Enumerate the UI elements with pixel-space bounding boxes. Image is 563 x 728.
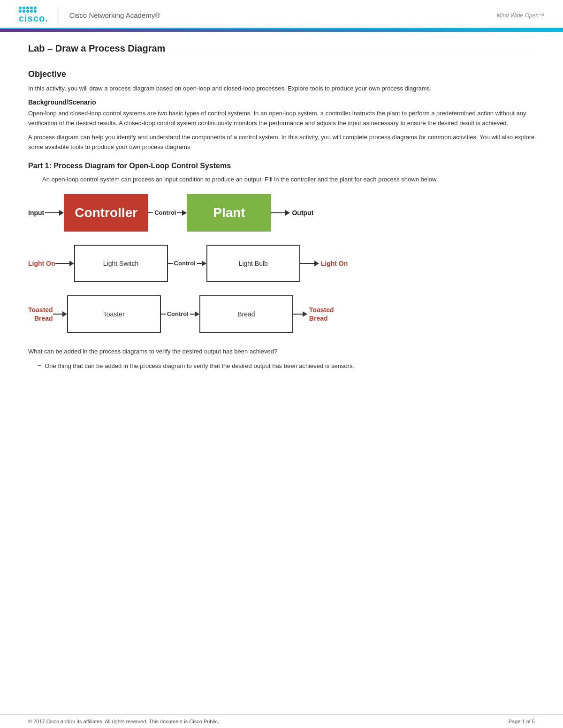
controller-label: Controller <box>75 205 137 220</box>
toasted-line2: Bread <box>34 314 53 323</box>
control-label: Control <box>154 209 176 216</box>
academy-name: Cisco Networking Academy® <box>69 11 160 19</box>
toaster-control-label: Control <box>167 310 189 317</box>
output-arrow <box>271 210 290 216</box>
toaster-input-arrow <box>53 311 67 317</box>
lc-arrowhead <box>202 261 206 266</box>
tagline: Mind Wide Open™ <box>497 12 544 19</box>
cisco-logo: cisco. <box>19 7 48 24</box>
control-shaft2 <box>177 212 182 213</box>
part1-description: An open-loop control system can process … <box>42 175 535 185</box>
input-arrow-group: Input <box>28 209 64 217</box>
light-input-shaft <box>55 263 69 264</box>
page-content: Lab – Draw a Process Diagram Objective I… <box>0 32 563 390</box>
header-divider <box>59 7 59 24</box>
footer-copyright: © 2017 Cisco and/or its affiliates. All … <box>28 719 219 724</box>
answer-text: One thing that can be added in the proce… <box>45 361 354 371</box>
toaster-diagram-row: Toasted Bread Toaster Control <box>28 295 535 333</box>
input-shaft <box>45 212 59 213</box>
light-bulb-label: Light Bulb <box>239 260 268 267</box>
toaster-output-arrowhead <box>303 311 307 317</box>
answer-item: – One thing that can be added in the pro… <box>38 361 535 371</box>
toaster-input-label: Toasted Bread <box>28 306 53 323</box>
toasted-out-line2: Bread <box>309 314 328 323</box>
question-section: What can be added in the process diagram… <box>28 347 535 371</box>
toaster-control-arrow-group: Control <box>161 310 199 317</box>
cisco-wordmark: cisco. <box>19 13 48 24</box>
control-arrow2 <box>177 210 187 216</box>
toasted-out-line1: Toasted <box>309 306 334 314</box>
background-p2: A process diagram can help you identify … <box>28 133 535 152</box>
toaster-input-arrowhead <box>62 311 67 317</box>
toaster-input-shaft <box>53 314 62 315</box>
toaster-output-label: Toasted Bread <box>309 306 334 323</box>
page-header: cisco. Cisco Networking Academy® Mind Wi… <box>0 0 563 29</box>
input-arrow <box>45 210 64 216</box>
lab-title: Lab – Draw a Process Diagram <box>28 43 535 56</box>
light-switch-label: Light Switch <box>103 260 138 267</box>
light-diagram-row: Light On Light Switch Control Light Bulb <box>28 245 535 282</box>
plant-label: Plant <box>213 205 245 220</box>
toasted-line1: Toasted <box>28 306 53 314</box>
dot2 <box>23 7 25 9</box>
light-switch-box: Light Switch <box>74 245 168 282</box>
light-control-label: Control <box>174 260 196 267</box>
light-control-arrow-group: Control <box>168 260 206 267</box>
dot8 <box>26 10 29 13</box>
header-left: cisco. Cisco Networking Academy® <box>19 7 160 24</box>
control-arrowhead <box>182 210 187 216</box>
cisco-dots <box>19 7 37 9</box>
diagram-area: Input Controller Control <box>28 194 535 333</box>
question-text: What can be added in the process diagram… <box>28 347 535 357</box>
background-heading: Background/Scenario <box>28 98 535 106</box>
bread-box: Bread <box>199 295 293 333</box>
lc-shaft2 <box>197 263 202 264</box>
light-input-group: Light On <box>28 260 74 267</box>
tc-shaft1 <box>161 314 166 315</box>
toaster-output-group: Toasted Bread <box>293 306 334 323</box>
control-shaft1 <box>148 212 153 213</box>
output-label: Output <box>292 209 313 217</box>
light-output-arrowhead <box>314 261 319 266</box>
dot1 <box>19 7 22 9</box>
page-footer: © 2017 Cisco and/or its affiliates. All … <box>0 714 563 728</box>
output-arrowhead <box>285 210 290 216</box>
objective-intro: In this activity, you will draw a proces… <box>28 84 535 94</box>
light-output-group: Light On <box>300 260 348 267</box>
control-arrow <box>148 212 153 213</box>
dot6 <box>19 10 22 13</box>
template-diagram-row: Input Controller Control <box>28 194 535 232</box>
controller-box: Controller <box>64 194 148 232</box>
output-arrow-group: Output <box>271 209 314 217</box>
bread-label: Bread <box>237 310 255 318</box>
dot7 <box>23 10 25 13</box>
toaster-input-group: Toasted Bread <box>28 306 67 323</box>
dot10 <box>34 10 37 13</box>
cisco-dots-2 <box>19 10 37 13</box>
light-input-arrowhead <box>69 261 74 266</box>
dot3 <box>26 7 29 9</box>
light-input-arrow <box>55 261 74 266</box>
light-output-shaft <box>300 263 314 264</box>
part1-heading: Part 1: Process Diagram for Open-Loop Co… <box>28 162 535 170</box>
footer-page: Page 1 of 5 <box>509 719 535 724</box>
light-bulb-box: Light Bulb <box>206 245 300 282</box>
plant-box: Plant <box>187 194 271 232</box>
control-arrow-group: Control <box>148 209 187 216</box>
toaster-box: Toaster <box>67 295 161 333</box>
dot4 <box>30 7 33 9</box>
output-shaft <box>271 212 285 213</box>
lc-shaft1 <box>168 263 173 264</box>
input-label: Input <box>28 209 44 217</box>
objective-heading: Objective <box>28 69 535 79</box>
tc-arrowhead <box>195 311 199 317</box>
dot9 <box>30 10 33 13</box>
toaster-label: Toaster <box>103 310 125 318</box>
dot5 <box>34 7 37 9</box>
tc-shaft2 <box>190 314 195 315</box>
light-input-label: Light On <box>28 260 55 267</box>
background-p1: Open-loop and closed-loop control system… <box>28 109 535 128</box>
toaster-output-shaft <box>293 314 303 315</box>
bullet-dash: – <box>38 361 41 368</box>
light-output-label: Light On <box>321 260 348 267</box>
